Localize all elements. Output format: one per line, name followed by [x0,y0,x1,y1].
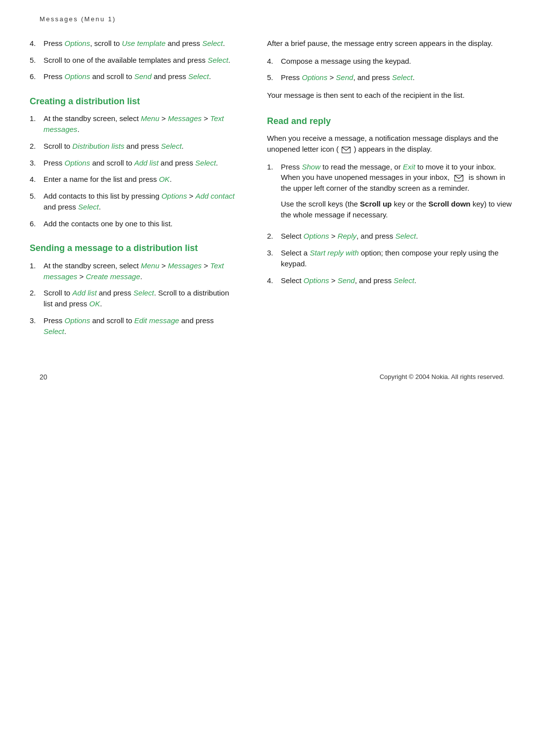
list-item: 3. Press Options and scroll to Edit mess… [30,315,237,337]
list-item: 6. Add the contacts one by one to this l… [30,218,237,229]
envelope-icon [342,147,351,153]
inbox-envelope-icon [454,175,463,181]
send-intro-text: After a brief pause, the message entry s… [267,38,514,49]
list-item: 4. Select Options > Send, and press Sele… [267,275,514,286]
section-heading-send-dist: Sending a message to a distribution list [30,243,237,254]
right-column: After a brief pause, the message entry s… [257,38,514,343]
list-item: 1. At the standby screen, select Menu > … [30,260,237,282]
list-item: 3. Press Options and scroll to Add list … [30,158,237,168]
list-item: 3. Select a Start reply with option; the… [267,248,514,269]
list-item: 4. Enter a name for the list and press O… [30,174,237,185]
list-item: 2. Scroll to Add list and press Select. … [30,288,237,309]
create-dist-list: 1. At the standby screen, select Menu > … [30,113,237,229]
continuing-steps-list: 4. Press Options, scroll to Use template… [30,38,237,82]
page-header: Messages (Menu 1) [0,15,534,24]
list-item: 4. Compose a message using the keypad. [267,56,514,67]
indent-block-1: When you have unopened messages in your … [281,172,514,194]
list-item: 5. Add contacts to this list by pressing… [30,191,237,212]
section-heading-create-dist: Creating a distribution list [30,96,237,107]
list-item: 6. Press Options and scroll to Send and … [30,71,237,82]
list-item: 5. Scroll to one of the available templa… [30,55,237,66]
page-number: 20 [40,372,47,382]
copyright-text: Copyright © 2004 Nokia. All rights reser… [380,373,504,382]
list-item: 2. Scroll to Distribution lists and pres… [30,141,237,152]
page-footer: 20 Copyright © 2004 Nokia. All rights re… [0,362,534,382]
read-reply-intro: When you receive a message, a notificati… [267,133,514,155]
list-item: 5. Press Options > Send, and press Selec… [267,72,514,83]
list-item: 4. Press Options, scroll to Use template… [30,38,237,49]
left-column: 4. Press Options, scroll to Use template… [30,38,257,343]
send-continuing-steps: 4. Compose a message using the keypad. 5… [267,56,514,84]
main-content: 4. Press Options, scroll to Use template… [0,38,534,343]
indent-block-2: Use the scroll keys (the Scroll up key o… [281,199,514,220]
send-dist-list: 1. At the standby screen, select Menu > … [30,260,237,337]
section-heading-read-reply: Read and reply [267,116,514,127]
list-item: 1. Press Show to read the message, or Ex… [267,162,514,225]
list-item: 2. Select Options > Reply, and press Sel… [267,231,514,242]
sent-message-text: Your message is then sent to each of the… [267,90,514,101]
list-item: 1. At the standby screen, select Menu > … [30,113,237,135]
read-reply-steps: 1. Press Show to read the message, or Ex… [267,162,514,286]
